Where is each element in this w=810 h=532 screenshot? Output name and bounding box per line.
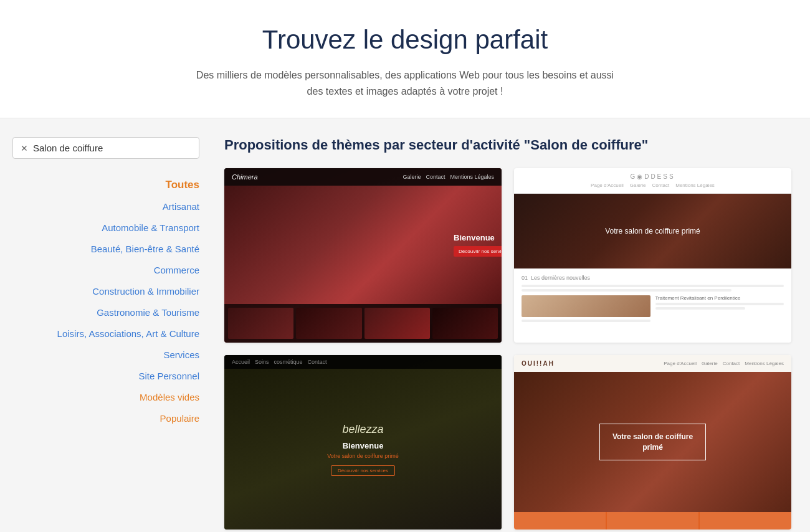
sidebar-link-populaire[interactable]: Populaire [160,413,199,424]
goddess-col-img-1 [522,295,650,317]
bellezza-nav-3: cosmétique [274,359,303,365]
search-value: Salon de coiffure [33,143,103,153]
goddess-section-head: 01 Les dernières nouvelles [522,275,784,281]
bellezza-nav-1: Accueil [232,359,250,365]
theme-card-chimera[interactable]: Chimera Galerie Contact Mentions Légales… [224,168,502,343]
bellezza-cursive: bellezza [342,423,383,436]
close-icon[interactable]: ✕ [21,143,28,153]
sidebar-item-automobile[interactable]: Automobile & Transport [12,217,199,239]
ouijah-nav-3: Contact [723,361,740,366]
goddess-col-line-1 [522,320,650,322]
goddess-header: G◉DDESS Page d'Accueil Galerie Contact M… [514,168,791,194]
chimera-thumb-1 [228,308,293,339]
sidebar-link-site-personnel[interactable]: Site Personnel [138,371,199,381]
goddess-col-2: Traitement Revitalisant en Perdilentice [655,295,784,324]
sidebar: ✕ Salon de coiffure Toutes Artisanat Aut… [0,118,212,532]
ouijah-nav-2: Galerie [702,361,718,366]
sidebar-link-toutes[interactable]: Toutes [166,179,199,191]
chimera-header: Chimera Galerie Contact Mentions Légales [224,168,502,186]
goddess-nav-4: Mentions Légales [675,183,715,188]
sidebar-link-construction[interactable]: Construction & Immobilier [92,286,199,297]
chimera-cta[interactable]: Découvrir nos services [454,246,502,257]
chimera-logo: Chimera [232,173,258,181]
bellezza-subtitle: Votre salon de coiffure primé [327,453,398,459]
sidebar-link-artisanat[interactable]: Artisanat [163,201,199,212]
goddess-nav-3: Contact [652,183,670,188]
chimera-nav-1: Galerie [403,174,421,180]
goddess-col-1 [522,295,650,324]
sidebar-item-site-personnel[interactable]: Site Personnel [12,366,199,387]
header-section: Trouvez le design parfait Des milliers d… [0,0,810,118]
theme-card-goddess[interactable]: G◉DDESS Page d'Accueil Galerie Contact M… [514,168,791,343]
sidebar-item-artisanat[interactable]: Artisanat [12,196,199,217]
chimera-thumb-3 [364,308,430,339]
goddess-hero: Votre salon de coiffure primé [514,194,791,268]
bellezza-hero: bellezza Bienvenue Votre salon de coiffu… [224,369,502,530]
sidebar-item-services[interactable]: Services [12,344,199,366]
ouijah-segment-3 [700,512,791,530]
chimera-hero: Bienvenue Découvrir nos services [224,186,502,304]
sidebar-item-beaute[interactable]: Beauté, Bien-être & Santé [12,239,199,260]
sidebar-link-beaute[interactable]: Beauté, Bien-être & Santé [91,244,199,254]
sidebar-item-gastronomie[interactable]: Gastronomie & Tourisme [12,302,199,323]
goddess-col-line-3 [655,307,746,310]
sidebar-nav: Toutes Artisanat Automobile & Transport … [12,174,199,429]
bellezza-hero-title: Bienvenue [343,441,384,450]
sidebar-item-loisirs[interactable]: Loisirs, Associations, Art & Culture [12,323,199,344]
goddess-nav: Page d'Accueil Galerie Contact Mentions … [522,183,784,188]
bellezza-header: Accueil Soins cosmétique Contact [224,355,502,369]
goddess-two-col: Traitement Revitalisant en Perdilentice [522,295,784,324]
ouijah-nav-4: Mentions Légales [745,361,784,366]
theme-card-ouijah[interactable]: OUI!!AH Page d'Accueil Galerie Contact M… [514,355,791,530]
main-content: ✕ Salon de coiffure Toutes Artisanat Aut… [0,118,810,532]
goddess-line-2 [522,289,731,292]
sidebar-link-modeles[interactable]: Modèles vides [140,392,199,402]
goddess-nav-1: Page d'Accueil [591,183,624,188]
sidebar-item-commerce[interactable]: Commerce [12,260,199,281]
sidebar-link-commerce[interactable]: Commerce [154,265,199,275]
goddess-logo: G◉DDESS [522,173,784,180]
sidebar-link-loisirs[interactable]: Loisirs, Associations, Art & Culture [57,328,199,339]
ouijah-segment-2 [607,512,698,530]
goddess-line-1 [522,285,784,287]
ouijah-nav: Page d'Accueil Galerie Contact Mentions … [664,361,784,366]
chimera-thumb-4 [432,308,498,339]
page-title: Trouvez le design parfait [12,25,798,55]
chimera-bottom [224,304,502,343]
ouijah-logo: OUI!!AH [522,360,555,367]
content-area: Propositions de thèmes par secteur d'act… [212,118,810,532]
chimera-nav: Galerie Contact Mentions Légales [403,174,494,180]
goddess-hero-title: Votre salon de coiffure primé [605,227,700,235]
chimera-hero-title: Bienvenue [454,233,502,242]
section-title: Propositions de thèmes par secteur d'act… [224,137,791,153]
chimera-nav-3: Mentions Légales [450,174,494,180]
sidebar-link-gastronomie[interactable]: Gastronomie & Tourisme [97,307,199,318]
bellezza-nav: Accueil Soins cosmétique Contact [232,359,327,365]
chimera-nav-2: Contact [426,174,445,180]
ouijah-nav-1: Page d'Accueil [664,361,697,366]
goddess-nav-2: Galerie [630,183,646,188]
sidebar-item-populaire[interactable]: Populaire [12,408,199,429]
sidebar-item-construction[interactable]: Construction & Immobilier [12,281,199,302]
ouijah-hero-title: Votre salon de coiffureprimé [612,432,693,453]
sidebar-item-modeles[interactable]: Modèles vides [12,387,199,408]
sidebar-item-toutes[interactable]: Toutes [12,174,199,196]
ouijah-hero-box: Votre salon de coiffureprimé [599,424,706,461]
ouijah-header: OUI!!AH Page d'Accueil Galerie Contact M… [514,355,791,372]
goddess-col-title-2: Traitement Revitalisant en Perdilentice [655,295,784,301]
themes-grid: Chimera Galerie Contact Mentions Légales… [224,168,791,530]
search-box[interactable]: ✕ Salon de coiffure [12,137,199,159]
ouijah-segment-1 [514,512,606,530]
sidebar-link-automobile[interactable]: Automobile & Transport [102,222,199,233]
ouijah-bottom-bar [514,512,791,530]
bellezza-nav-2: Soins [255,359,269,365]
page-subtitle: Des milliers de modèles personnalisables… [187,67,623,99]
theme-card-bellezza[interactable]: Accueil Soins cosmétique Contact bellezz… [224,355,502,530]
chimera-thumb-2 [296,308,361,339]
bellezza-cta[interactable]: Découvrir nos services [331,465,395,476]
bellezza-nav-4: Contact [308,359,327,365]
sidebar-link-services[interactable]: Services [163,349,199,360]
ouijah-hero: Votre salon de coiffureprimé [514,372,791,512]
goddess-col-line-2 [655,303,784,305]
goddess-content: 01 Les dernières nouvelles Traitement Re… [514,268,791,343]
